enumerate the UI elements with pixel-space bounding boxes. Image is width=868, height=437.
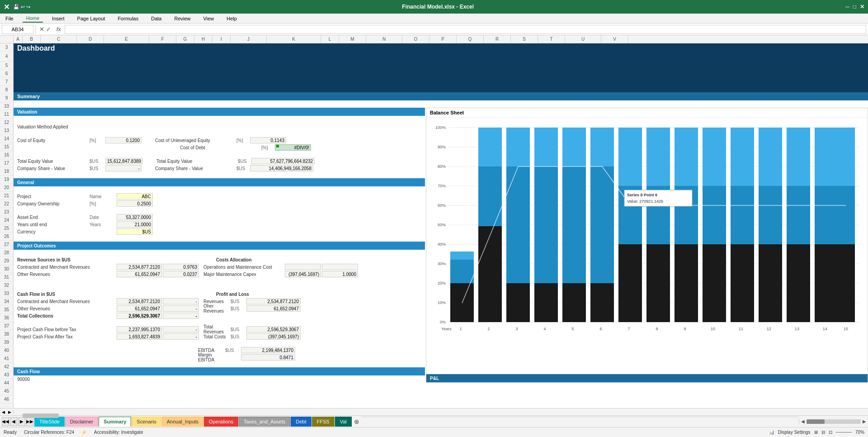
tab-scroll-left[interactable]: ◀◀ <box>2 417 9 426</box>
col-M[interactable]: M <box>339 35 366 43</box>
col-V[interactable]: V <box>601 35 628 43</box>
cf-before-tax-val2[interactable]: - <box>163 326 199 332</box>
cf-other-val2[interactable]: - <box>163 305 199 312</box>
pl-other-rev-val[interactable]: 61,652.0947 <box>246 305 301 312</box>
col-H[interactable]: H <box>194 35 212 43</box>
major-maint-val1[interactable]: (397,045.1697) <box>285 271 321 277</box>
other-rev-val2[interactable]: 0.0237 <box>163 271 199 277</box>
view-normal-icon[interactable]: ⊞ <box>814 430 818 435</box>
project-value[interactable]: ABC <box>117 193 153 200</box>
cost-debt-value[interactable]: #DIV/0! <box>275 144 311 151</box>
col-B[interactable]: B <box>23 35 41 43</box>
view-layout-icon[interactable]: ⊟ <box>821 430 825 435</box>
tab-add-button[interactable]: ⊕ <box>352 417 361 427</box>
tab-scroll-right[interactable]: ▶▶ <box>26 417 33 426</box>
total-equity-value[interactable]: 15,612,847.8389 <box>105 158 143 164</box>
years-end-value[interactable]: 21.0000 <box>117 221 153 228</box>
ribbon-tab-insert[interactable]: Insert <box>48 15 68 22</box>
display-settings-label[interactable]: Display Settings <box>778 430 811 435</box>
col-C[interactable]: C <box>41 35 77 43</box>
pl-revenues-val[interactable]: 2,534,877.2120 <box>246 298 301 304</box>
cf-after-tax-val[interactable]: 1,693,827.4839 <box>117 333 162 340</box>
cf-contracted-val2[interactable]: - <box>163 298 199 304</box>
col-Q[interactable]: Q <box>457 35 484 43</box>
col-S[interactable]: S <box>511 35 538 43</box>
sheet-nav-scroll[interactable]: ◀ <box>801 419 805 424</box>
h-scrollbar-area[interactable]: ◀ ▶ <box>0 408 868 415</box>
row-num-8: 8 <box>0 86 13 94</box>
margin-ebitda-val[interactable]: 0.8471 <box>241 354 295 361</box>
cf-before-tax-val[interactable]: 2,237,995.1370 <box>117 326 162 332</box>
status-accessibility[interactable]: Accessibility: Investigate <box>94 430 143 435</box>
cf-contracted-val[interactable]: 2,534,877.2120 <box>117 298 162 304</box>
ebitda-val[interactable]: 2,199,484.1370 <box>241 347 295 353</box>
contracted-rev-val1[interactable]: 2,534,877.2120 <box>117 264 162 270</box>
sheet-nav-scrollbar[interactable] <box>807 419 861 424</box>
row-22 <box>14 186 425 193</box>
col-P[interactable]: P <box>429 35 457 43</box>
om-cost-val1[interactable] <box>285 264 321 270</box>
col-K[interactable]: K <box>267 35 321 43</box>
ribbon-tab-pagelayout[interactable]: Page Layout <box>74 15 109 22</box>
cost-equity-value[interactable]: 0.1200 <box>105 137 142 143</box>
col-L[interactable]: L <box>321 35 339 43</box>
major-maint-val2[interactable]: 1.0000 <box>322 271 358 277</box>
tab-val[interactable]: Val <box>335 417 352 427</box>
tab-annual-inputs[interactable]: Annual_Inputs <box>162 417 203 427</box>
col-R[interactable]: R <box>484 35 511 43</box>
company-ownership-value[interactable]: 0.2500 <box>117 200 153 207</box>
col-D[interactable]: D <box>77 35 104 43</box>
tab-scenario[interactable]: Scenario <box>132 417 161 427</box>
tab-disclaimer[interactable]: Disclaimer <box>65 417 98 427</box>
tab-operations[interactable]: Operations <box>204 417 238 427</box>
zoom-slider[interactable]: ───── <box>836 430 852 435</box>
sheet-nav-scroll-right[interactable]: ▶ <box>863 419 866 424</box>
contracted-rev-val2[interactable]: 0.9763 <box>163 264 199 270</box>
total-collections-val[interactable]: 2,596,529.3067 <box>117 313 162 319</box>
scroll-arrows-left[interactable]: ◀ ▶ <box>0 410 14 414</box>
other-rev-val1[interactable]: 61,652.0947 <box>117 271 162 277</box>
asset-end-value[interactable]: 53,327.0000 <box>117 214 153 220</box>
tab-debt[interactable]: Debt <box>291 417 311 427</box>
total-costs-val[interactable]: (397,045.1697) <box>246 333 301 340</box>
cf-other-val[interactable]: 61,652.0947 <box>117 305 162 312</box>
ribbon-tab-file[interactable]: File <box>2 15 17 22</box>
ribbon-tab-data[interactable]: Data <box>147 15 165 22</box>
tab-titleslide[interactable]: TitleSlide <box>34 417 65 427</box>
col-E[interactable]: E <box>104 35 149 43</box>
tab-scroll-next[interactable]: ▶ <box>18 417 25 426</box>
ribbon-tab-help[interactable]: Help <box>223 15 241 22</box>
col-U[interactable]: U <box>565 35 601 43</box>
ribbon-tab-review[interactable]: Review <box>170 15 194 22</box>
col-F[interactable]: F <box>149 35 176 43</box>
total-revenues-val[interactable]: 2,596,529.3067 <box>246 326 301 332</box>
col-G[interactable]: G <box>176 35 194 43</box>
window-controls[interactable]: ─□✕ <box>845 4 864 10</box>
col-I[interactable]: I <box>212 35 231 43</box>
col-J[interactable]: J <box>231 35 267 43</box>
cost-unlev-value[interactable]: 0.1143 <box>250 137 286 143</box>
cf-after-tax-val2[interactable]: - <box>163 333 199 340</box>
cell-reference-input[interactable] <box>2 25 33 34</box>
tab-ffss[interactable]: FFSS <box>312 417 335 427</box>
view-page-break-icon[interactable]: ⊡ <box>829 430 832 435</box>
col-N[interactable]: N <box>366 35 402 43</box>
tab-scroll-prev[interactable]: ◀ <box>10 417 17 426</box>
total-equity2-value[interactable]: 57,627,796,664.8232 <box>251 158 315 164</box>
ribbon-tab-home[interactable]: Home <box>23 14 43 23</box>
col-A[interactable]: A <box>14 35 23 43</box>
company-share2-value[interactable]: 14,406,949,166.2058 <box>250 165 313 171</box>
tab-summary[interactable]: Summary <box>99 417 131 427</box>
company-share-value[interactable]: - <box>105 165 142 171</box>
currency-value[interactable]: $US <box>117 228 153 235</box>
tab-taxes-assets[interactable]: Taxes_and_Assets <box>239 417 290 427</box>
formula-input[interactable] <box>65 25 866 34</box>
total-collections-val2[interactable]: - <box>163 313 199 319</box>
h-scrollbar-thumb[interactable] <box>23 413 59 418</box>
sheet-nav-thumb[interactable] <box>807 419 825 424</box>
om-cost-val2[interactable] <box>322 264 358 270</box>
ribbon-tab-view[interactable]: View <box>200 15 218 22</box>
col-T[interactable]: T <box>538 35 565 43</box>
ribbon-tab-formulas[interactable]: Formulas <box>114 15 142 22</box>
col-O[interactable]: O <box>402 35 429 43</box>
